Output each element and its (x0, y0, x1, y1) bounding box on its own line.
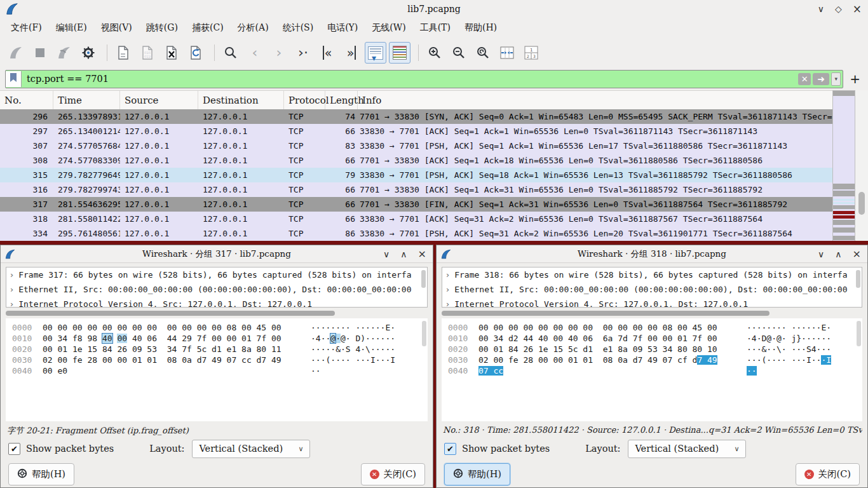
close-icon[interactable]: × (853, 250, 861, 259)
menu-item[interactable]: 文件(F) (4, 20, 49, 36)
column-header-no[interactable]: No. (0, 91, 53, 110)
packet-row-316[interactable]: 316279.782799743127.0.0.1127.0.0.1TCP667… (0, 182, 832, 197)
hex-line[interactable]: 002000 01 84 26 1e 15 5c d1 e1 8a 09 53 … (448, 344, 862, 355)
expand-arrow-icon[interactable]: › (446, 299, 449, 308)
packet-row-315[interactable]: 315279.782779649127.0.0.1127.0.0.1TCP793… (0, 168, 832, 182)
capture-options-button[interactable] (78, 42, 99, 64)
column-header-time[interactable]: Time (53, 91, 120, 110)
go-last-packet-button[interactable]: » (341, 42, 362, 64)
hex-scrollbar[interactable] (422, 321, 426, 346)
layout-123-button[interactable]: 123 (520, 42, 542, 64)
packet-row-318[interactable]: 318281.558011422127.0.0.1127.0.0.1TCP663… (0, 212, 832, 226)
column-header-length[interactable]: Length (325, 91, 358, 110)
packet-list-scrollbar[interactable] (855, 90, 868, 241)
hex-dump[interactable]: 000000 00 00 00 00 00 00 00 00 00 00 00 … (442, 318, 862, 421)
menu-item[interactable]: 编辑(E) (49, 20, 94, 36)
resize-columns-button[interactable] (496, 42, 518, 64)
show-packet-bytes-checkbox[interactable]: ✔ (8, 443, 20, 455)
maximize-icon[interactable]: ∧ (835, 250, 841, 259)
minimize-icon[interactable]: ∨ (383, 250, 390, 259)
packet-row-317[interactable]: 317281.554636295127.0.0.1127.0.0.1TCP667… (0, 197, 832, 212)
column-header-destination[interactable]: Destination (198, 91, 284, 110)
column-header-protocol[interactable]: Protocol (284, 91, 325, 110)
menu-item[interactable]: 帮助(H) (458, 20, 504, 36)
menu-item[interactable]: 跳转(G) (139, 20, 185, 36)
scrollbar-handle[interactable] (6, 311, 335, 316)
filter-input[interactable]: tcp.port == 7701 (22, 74, 798, 84)
hex-line[interactable]: 001000 34 f8 98 40 00 40 06 44 29 7f 00 … (12, 333, 428, 344)
go-first-packet-button[interactable]: « (316, 42, 338, 64)
hex-line[interactable]: 000000 00 00 00 00 00 00 00 00 00 00 00 … (448, 322, 862, 333)
go-to-packet-button[interactable]: ›· (292, 42, 314, 64)
tree-scrollbar[interactable] (421, 270, 426, 288)
zoom-in-button[interactable] (424, 42, 445, 64)
packet-row-297[interactable]: 297265.134001214127.0.0.1127.0.0.1TCP663… (0, 124, 832, 139)
column-header-source[interactable]: Source (120, 91, 198, 110)
scrollbar-handle[interactable] (442, 311, 770, 316)
hex-line[interactable]: 004007 cc·· (448, 365, 862, 376)
hex-dump[interactable]: 000000 00 00 00 00 00 00 00 00 00 00 00 … (6, 318, 428, 421)
tree-row[interactable]: ›Ethernet II, Src: 00:00:00_00:00:00 (00… (6, 282, 427, 297)
help-button[interactable]: 帮助(H) (8, 463, 74, 485)
hex-scrollbar[interactable] (857, 321, 861, 346)
menu-item[interactable]: 无线(W) (365, 20, 412, 36)
packet-list-minimap[interactable] (832, 90, 855, 241)
hex-line[interactable]: 002000 01 1e 15 84 26 09 53 34 7f 5c d1 … (12, 344, 428, 355)
auto-scroll-button[interactable] (365, 42, 386, 64)
tree-row[interactable]: ›Frame 318: 66 bytes on wire (528 bits),… (442, 268, 862, 282)
hex-line[interactable]: 003002 00 fe 28 00 00 01 01 08 0a d7 49 … (448, 355, 862, 365)
tree-scrollbar[interactable] (856, 270, 860, 288)
expand-arrow-icon[interactable]: › (10, 299, 13, 308)
tree-row[interactable]: ›Internet Protocol Version 4, Src: 127.0… (6, 297, 427, 308)
column-header-info[interactable]: Info (358, 91, 832, 110)
packet-row-307[interactable]: 307274.577057684127.0.0.1127.0.0.1TCP833… (0, 139, 832, 153)
filter-dropdown-caret-icon[interactable]: ▾ (831, 72, 841, 86)
clear-filter-button[interactable]: ✕ (798, 73, 811, 85)
filter-bookmark-button[interactable] (6, 71, 22, 87)
packet-row-296[interactable]: 296265.133978931127.0.0.1127.0.0.1TCP747… (0, 109, 832, 124)
tree-row[interactable]: ›Ethernet II, Src: 00:00:00_00:00:00 (00… (442, 282, 862, 297)
tree-hscrollbar[interactable] (6, 311, 428, 316)
expand-arrow-icon[interactable]: › (10, 285, 13, 294)
tree-row[interactable]: ›Internet Protocol Version 4, Src: 127.0… (442, 297, 862, 308)
scrollbar-handle[interactable] (858, 192, 865, 215)
colorize-packets-button[interactable] (389, 42, 410, 64)
find-packet-button[interactable] (220, 42, 241, 64)
menu-item[interactable]: 电话(Y) (320, 20, 365, 36)
open-file-button[interactable] (112, 42, 134, 64)
tree-row[interactable]: ›Frame 317: 66 bytes on wire (528 bits),… (6, 268, 427, 282)
hex-line[interactable]: 004000 e0·· (12, 365, 428, 376)
close-icon[interactable]: × (418, 250, 426, 259)
close-file-button[interactable] (161, 42, 182, 64)
layout-select[interactable]: Vertical (Stacked) ∨ (628, 440, 746, 458)
menu-item[interactable]: 分析(A) (231, 20, 276, 36)
menu-item[interactable]: 捕获(C) (185, 20, 231, 36)
maximize-icon[interactable]: ◇ (835, 4, 842, 13)
minimize-icon[interactable]: ∨ (818, 4, 824, 13)
detail-tree[interactable]: ›Frame 318: 66 bytes on wire (528 bits),… (442, 267, 862, 308)
expand-arrow-icon[interactable]: › (446, 285, 449, 294)
packet-row-308[interactable]: 308274.577083309127.0.0.1127.0.0.1TCP667… (0, 153, 832, 168)
add-filter-button[interactable]: + (843, 71, 863, 86)
menu-item[interactable]: 统计(S) (276, 20, 321, 36)
filter-field[interactable]: tcp.port == 7701 ✕ ➜ ▾ (5, 70, 843, 88)
expand-arrow-icon[interactable]: › (446, 270, 449, 280)
zoom-reset-button[interactable] (472, 42, 494, 64)
close-button[interactable]: ✕ 关闭(C) (361, 463, 425, 485)
layout-select[interactable]: Vertical (Stacked) ∨ (192, 440, 310, 458)
detail-tree[interactable]: ›Frame 317: 66 bytes on wire (528 bits),… (6, 267, 428, 308)
close-button[interactable]: ✕ 关闭(C) (796, 463, 860, 485)
tree-hscrollbar[interactable] (442, 311, 862, 316)
hex-line[interactable]: 003002 00 fe 28 00 00 01 01 08 0a d7 49 … (12, 355, 428, 365)
zoom-out-button[interactable] (448, 42, 470, 64)
menu-item[interactable]: 视图(V) (94, 20, 139, 36)
minimize-icon[interactable]: ∨ (818, 250, 824, 259)
show-packet-bytes-checkbox[interactable]: ✔ (444, 443, 456, 455)
close-icon[interactable]: × (853, 4, 862, 13)
expand-arrow-icon[interactable]: › (10, 270, 13, 280)
help-button[interactable]: 帮助(H) (444, 463, 510, 485)
maximize-icon[interactable]: ∧ (400, 250, 407, 259)
hex-line[interactable]: 001000 34 d2 44 40 00 40 06 6a 7d 7f 00 … (448, 333, 862, 344)
hex-line[interactable]: 000000 00 00 00 00 00 00 00 00 00 00 00 … (12, 322, 428, 333)
menu-item[interactable]: 工具(T) (413, 20, 458, 36)
